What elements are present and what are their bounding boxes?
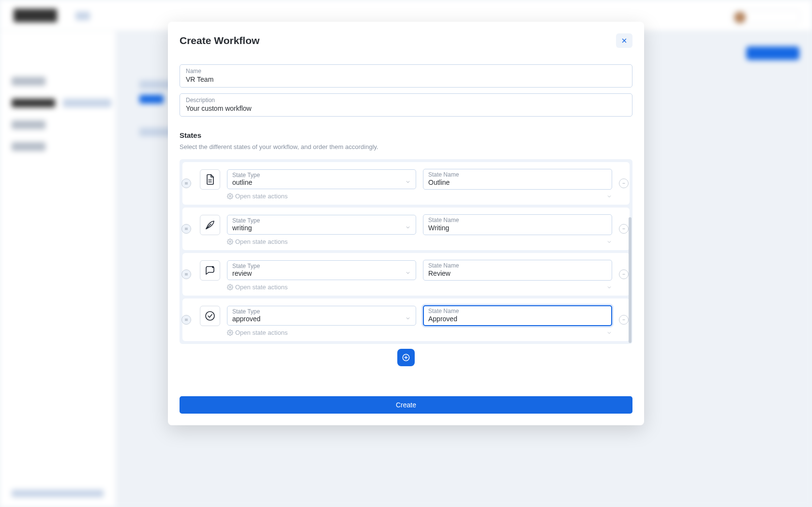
state-type-label: State Type (232, 172, 411, 179)
states-subheading: Select the different states of your work… (180, 143, 632, 150)
modal-overlay: Create Workflow Name Description States … (0, 0, 812, 507)
state-type-label: State Type (232, 308, 411, 315)
state-name-field[interactable]: State Name (423, 169, 612, 190)
name-label: Name (186, 68, 626, 75)
minus-icon (621, 317, 626, 322)
state-name-input[interactable] (428, 224, 607, 232)
state-name-input[interactable] (428, 179, 607, 186)
description-input[interactable] (186, 104, 626, 112)
chevron-down-icon (606, 284, 612, 290)
drag-handle[interactable] (181, 224, 191, 234)
state-type-select[interactable]: State Typereview (227, 260, 416, 280)
feather-icon (204, 219, 216, 231)
open-state-actions-label: Open state actions (235, 329, 287, 336)
drag-icon (184, 317, 189, 322)
minus-icon (621, 181, 626, 186)
actions-expand[interactable] (606, 330, 612, 336)
scrollbar[interactable] (629, 217, 632, 343)
check-circle-icon (204, 310, 216, 322)
open-state-actions[interactable]: Open state actions (227, 193, 287, 200)
gear-icon (227, 329, 233, 336)
actions-expand[interactable] (606, 194, 612, 199)
open-state-actions-label: Open state actions (235, 193, 287, 200)
svg-point-26 (229, 332, 231, 333)
actions-expand[interactable] (606, 239, 612, 245)
state-type-value: outline (232, 179, 411, 186)
open-state-actions[interactable]: Open state actions (227, 329, 287, 336)
remove-state-button[interactable] (619, 179, 629, 188)
chevron-down-icon (405, 270, 411, 276)
chevron-down-icon (405, 179, 411, 185)
comment-icon-badge[interactable] (200, 260, 220, 281)
drag-icon (184, 181, 189, 186)
modal-title: Create Workflow (180, 35, 259, 46)
open-state-actions-label: Open state actions (235, 283, 287, 291)
description-field[interactable]: Description (180, 93, 632, 117)
state-name-input[interactable] (428, 315, 607, 323)
state-type-select[interactable]: State Typewriting (227, 215, 416, 235)
actions-expand[interactable] (606, 284, 612, 290)
state-name-label: State Name (428, 308, 607, 314)
drag-handle[interactable] (181, 269, 191, 279)
create-workflow-modal: Create Workflow Name Description States … (168, 22, 644, 425)
state-card: State TypeoutlineState NameOpen state ac… (182, 162, 630, 205)
open-state-actions-label: Open state actions (235, 238, 287, 245)
chevron-down-icon (405, 315, 411, 321)
description-label: Description (186, 97, 626, 104)
plus-circle-icon (402, 353, 410, 362)
remove-state-button[interactable] (619, 315, 629, 325)
create-button[interactable]: Create (180, 396, 632, 414)
name-input[interactable] (186, 75, 626, 83)
state-type-value: review (232, 269, 411, 277)
state-name-field[interactable]: State Name (423, 305, 612, 326)
svg-point-14 (229, 241, 231, 242)
chevron-down-icon (606, 330, 612, 336)
state-name-field[interactable]: State Name (423, 260, 612, 281)
drag-handle[interactable] (181, 315, 191, 325)
remove-state-button[interactable] (619, 224, 629, 234)
document-icon (204, 174, 216, 185)
state-type-value: writing (232, 224, 411, 232)
feather-icon-badge[interactable] (200, 215, 220, 235)
remove-state-button[interactable] (619, 269, 629, 279)
state-name-field[interactable]: State Name (423, 214, 612, 235)
state-name-label: State Name (428, 262, 607, 269)
drag-icon (184, 272, 189, 277)
svg-point-18 (212, 266, 214, 268)
state-card: State TypereviewState NameOpen state act… (182, 253, 630, 296)
minus-icon (621, 272, 626, 277)
check-circle-icon-badge[interactable] (200, 306, 220, 326)
document-icon-badge[interactable] (200, 169, 220, 190)
state-name-input[interactable] (428, 269, 607, 277)
svg-point-8 (229, 195, 231, 197)
comment-icon (204, 265, 216, 276)
state-type-value: approved (232, 315, 411, 323)
svg-point-20 (229, 286, 231, 288)
chevron-down-icon (606, 194, 612, 199)
state-type-label: State Type (232, 217, 411, 224)
svg-point-24 (206, 312, 214, 320)
state-card: State TypeapprovedState NameOpen state a… (182, 298, 630, 341)
minus-icon (621, 226, 626, 231)
gear-icon (227, 284, 233, 290)
state-type-select[interactable]: State Typeapproved (227, 306, 416, 326)
open-state-actions[interactable]: Open state actions (227, 283, 287, 291)
chevron-down-icon (606, 239, 612, 245)
name-field[interactable]: Name (180, 64, 632, 88)
state-name-label: State Name (428, 171, 607, 178)
state-card: State TypewritingState NameOpen state ac… (182, 208, 630, 250)
add-state-button[interactable] (397, 349, 415, 366)
gear-icon (227, 239, 233, 245)
drag-icon (184, 226, 189, 231)
open-state-actions[interactable]: Open state actions (227, 238, 287, 245)
chevron-down-icon (405, 224, 411, 230)
drag-handle[interactable] (181, 179, 191, 188)
state-type-select[interactable]: State Typeoutline (227, 169, 416, 189)
state-type-label: State Type (232, 263, 411, 269)
states-list: State TypeoutlineState NameOpen state ac… (180, 159, 632, 344)
state-name-label: State Name (428, 217, 607, 224)
close-icon (621, 37, 628, 44)
states-heading: States (180, 131, 632, 139)
gear-icon (227, 193, 233, 199)
close-button[interactable] (616, 33, 632, 48)
